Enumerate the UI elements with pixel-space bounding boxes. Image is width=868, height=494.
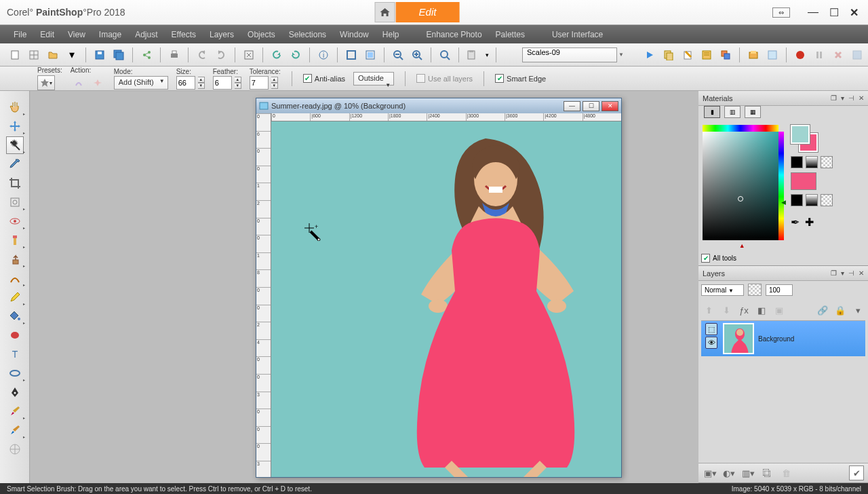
minimize-button[interactable]: —	[808, 6, 818, 18]
pen-tool[interactable]	[6, 383, 24, 401]
clipboard-icon[interactable]	[465, 47, 481, 63]
blend-mode-dropdown[interactable]: Normal ▼	[701, 284, 744, 296]
navigator-icon[interactable]	[745, 47, 762, 63]
undo-icon[interactable]	[194, 47, 210, 63]
play-icon[interactable]	[642, 47, 658, 63]
ellipse-tool[interactable]	[6, 326, 24, 344]
document-window[interactable]: Summer-ready.jpg @ 10% (Background) — ☐ …	[256, 98, 622, 478]
scratch-tool[interactable]: ▸	[6, 269, 24, 287]
antialias-checkbox[interactable]: ✔	[303, 74, 312, 83]
new-layer-button[interactable]: ▣▾	[703, 466, 717, 480]
dup-layer-button[interactable]: ⿻	[760, 466, 774, 480]
stop-icon[interactable]	[830, 47, 846, 63]
document-titlebar[interactable]: Summer-ready.jpg @ 10% (Background) — ☐ …	[256, 98, 621, 113]
undo-arrow-icon[interactable]	[269, 47, 285, 63]
redeye-tool[interactable]: ▸	[6, 212, 24, 230]
menu-selections[interactable]: Selections	[282, 30, 333, 39]
swatch-grad[interactable]	[806, 156, 818, 168]
script-form-icon[interactable]	[698, 47, 715, 63]
pencil-tool[interactable]: ▸	[6, 288, 24, 306]
action-point-icon[interactable]	[90, 75, 106, 91]
menu-view[interactable]: View	[61, 30, 92, 39]
panel-pin-icon[interactable]: ⊣	[848, 269, 854, 277]
home-tab[interactable]	[375, 2, 395, 22]
menu-window[interactable]: Window	[333, 30, 376, 39]
file-menu-icon[interactable]: ▾	[64, 47, 80, 63]
material-mode-gradient[interactable]: ▥	[724, 106, 741, 118]
tolerance-input[interactable]	[250, 76, 269, 90]
menu-adjust[interactable]: Adjust	[128, 30, 164, 39]
menu-objects[interactable]: Objects	[241, 30, 282, 39]
new-file-icon[interactable]	[7, 47, 23, 63]
full-screen-icon[interactable]	[343, 47, 359, 63]
swatch-transparent[interactable]	[821, 156, 833, 168]
layer-fx-icon[interactable]: ƒx	[736, 303, 751, 318]
adj-layer-button[interactable]: ◐▾	[722, 466, 736, 480]
menu-palettes[interactable]: Palettes	[489, 30, 532, 39]
tolerance-down[interactable]: ▼	[271, 83, 278, 89]
script-copy-icon[interactable]	[660, 47, 677, 63]
size-up[interactable]: ▲	[198, 77, 205, 83]
pan-tool[interactable]: ▸	[6, 98, 24, 116]
layer-lock-toggle[interactable]: ⬚	[705, 323, 717, 335]
panel-menu-icon[interactable]: ▾	[841, 269, 844, 277]
layer-visibility-toggle[interactable]: 👁	[705, 337, 717, 349]
color-picker[interactable]: ◀ ▲	[703, 125, 784, 247]
mask-layer-button[interactable]: ▥▾	[741, 466, 755, 480]
palette-icon[interactable]	[764, 47, 781, 63]
menu-effects[interactable]: Effects	[165, 30, 203, 39]
swatch-grad2[interactable]	[806, 194, 818, 206]
menu-image[interactable]: Image	[92, 30, 128, 39]
save-script-icon[interactable]	[849, 47, 865, 63]
print-icon[interactable]	[166, 47, 182, 63]
layer-link-icon[interactable]: 🔗	[815, 303, 830, 318]
info-icon[interactable]: i	[315, 47, 332, 63]
panel-pin-icon[interactable]: ⊣	[848, 94, 854, 102]
material-mode-pattern[interactable]: ▦	[745, 106, 761, 118]
alltools-checkbox[interactable]: ✔	[701, 254, 710, 263]
doc-minimize-button[interactable]: —	[564, 101, 580, 111]
size-input[interactable]	[176, 76, 195, 90]
eyedropper-tool[interactable]	[6, 155, 24, 173]
smudge-tool[interactable]: ▸	[6, 421, 24, 439]
swatch-pink[interactable]	[791, 172, 816, 190]
tolerance-up[interactable]: ▲	[271, 77, 278, 83]
presets-button[interactable]: ▾	[37, 75, 55, 90]
panel-close-icon[interactable]: ✕	[859, 94, 864, 102]
move-tool[interactable]: ▸	[6, 117, 24, 135]
chevron-down-icon[interactable]: ▼	[618, 52, 624, 58]
resize-icon[interactable]	[241, 47, 257, 63]
layer-menu-icon[interactable]: ▾	[850, 303, 865, 318]
menu-user-interface[interactable]: User Interface	[545, 30, 610, 39]
action-draw-icon[interactable]	[71, 75, 87, 91]
outside-dropdown[interactable]: Outside▼	[353, 72, 394, 86]
share-icon[interactable]	[138, 47, 155, 63]
opacity-input[interactable]	[766, 284, 793, 296]
edit-tab[interactable]: Edit	[396, 2, 460, 22]
smart-edge-checkbox[interactable]: ✔	[495, 74, 504, 83]
save-all-icon[interactable]	[111, 47, 127, 63]
grid-tool[interactable]	[6, 440, 24, 458]
correction-tool[interactable]: ▸	[6, 193, 24, 211]
panel-undock-icon[interactable]: ❐	[831, 94, 837, 102]
new-layer-icon[interactable]	[26, 47, 42, 63]
open-file-icon[interactable]	[45, 47, 61, 63]
text-tool[interactable]: T	[6, 345, 24, 363]
clone-tool[interactable]: ▸	[6, 250, 24, 268]
maximize-button[interactable]: ☐	[829, 6, 839, 19]
brush-preset-dropdown[interactable]: Scales-09	[522, 48, 617, 62]
dropdown-arrow-icon[interactable]: ▾	[484, 47, 490, 63]
redo-icon[interactable]	[213, 47, 229, 63]
record-icon[interactable]	[792, 47, 808, 63]
size-down[interactable]: ▼	[198, 83, 205, 89]
doc-maximize-button[interactable]: ☐	[583, 101, 599, 111]
close-button[interactable]: ✕	[850, 6, 859, 19]
layer-thumbnail[interactable]	[723, 323, 754, 354]
doc-close-button[interactable]: ✕	[601, 101, 618, 111]
layer-mask-icon[interactable]: ◧	[754, 303, 769, 318]
feather-input[interactable]	[213, 76, 232, 90]
script-edit-icon[interactable]	[679, 47, 696, 63]
feather-up[interactable]: ▲	[235, 77, 241, 83]
panel-menu-icon[interactable]: ▾	[841, 94, 844, 102]
layer-lock-icon[interactable]: 🔒	[833, 303, 848, 318]
